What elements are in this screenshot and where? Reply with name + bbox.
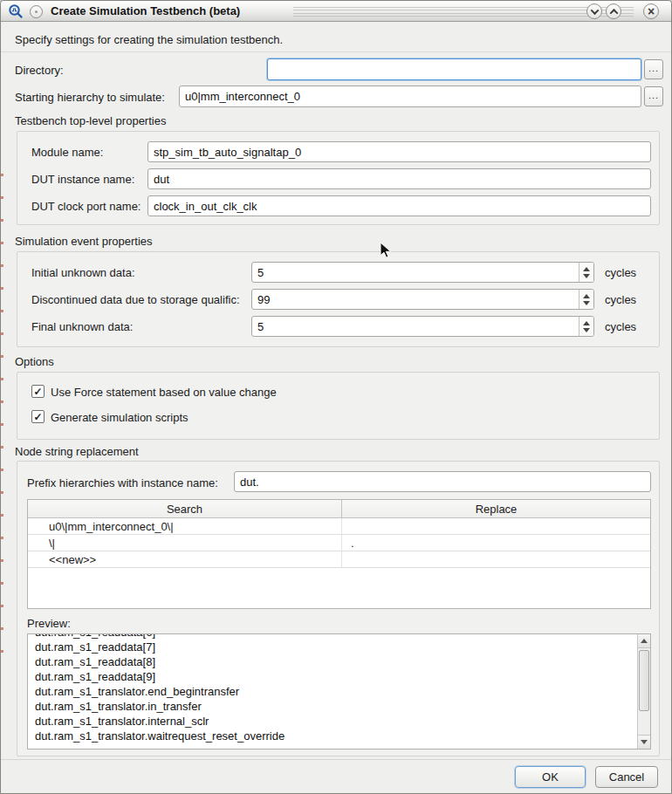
hierarchy-label: Starting hierarchy to simulate: bbox=[15, 91, 165, 104]
replace-cell[interactable] bbox=[342, 518, 650, 534]
directory-browse-button[interactable]: ... bbox=[644, 59, 663, 79]
module-name-input[interactable]: stp_sim_tb_auto_signaltap_0 bbox=[147, 141, 651, 162]
node-replacement-title: Node string replacement bbox=[15, 445, 139, 458]
left-edge-artifacts bbox=[1, 174, 3, 664]
search-cell[interactable]: <<new>> bbox=[28, 551, 342, 567]
divider bbox=[1, 51, 672, 52]
chevron-up-icon bbox=[609, 8, 618, 17]
preview-list[interactable]: dut.ram_s1_readdata[6] dut.ram_s1_readda… bbox=[27, 633, 651, 750]
directory-input[interactable] bbox=[267, 58, 641, 80]
preview-line: dut.ram_s1_translator.end_begintransfer bbox=[35, 684, 285, 699]
preview-scrollbar[interactable] bbox=[637, 634, 650, 749]
keep-below-button[interactable] bbox=[586, 3, 602, 19]
spin-buttons[interactable] bbox=[579, 290, 593, 309]
preview-label: Preview: bbox=[27, 617, 71, 630]
scroll-up-button[interactable] bbox=[638, 634, 650, 648]
spin-down-icon bbox=[583, 328, 590, 332]
generate-scripts-checkbox[interactable]: ✓ bbox=[31, 410, 45, 423]
final-unknown-value: 5 bbox=[257, 320, 264, 333]
spin-buttons[interactable] bbox=[579, 317, 593, 336]
window-title: Create Simulation Testbench (beta) bbox=[51, 4, 240, 17]
preview-lines: dut.ram_s1_readdata[6] dut.ram_s1_readda… bbox=[35, 633, 285, 743]
scroll-down-button[interactable] bbox=[638, 735, 650, 749]
keep-above-button[interactable] bbox=[606, 3, 621, 19]
prefix-value: dut. bbox=[240, 476, 259, 489]
spin-down-icon bbox=[583, 274, 590, 278]
options-groupbox bbox=[17, 372, 660, 440]
dut-instance-input[interactable]: dut bbox=[147, 168, 651, 189]
title-bar[interactable]: Create Simulation Testbench (beta) × bbox=[1, 1, 671, 22]
preview-line: dut.ram_s1_readdata[8] bbox=[35, 654, 285, 669]
final-unknown-spinner[interactable]: 5 bbox=[251, 316, 594, 337]
spin-buttons[interactable] bbox=[579, 263, 593, 282]
initial-unknown-spinner[interactable]: 5 bbox=[251, 262, 594, 283]
options-title: Options bbox=[15, 355, 54, 368]
search-cell[interactable]: \| bbox=[28, 535, 342, 551]
hierarchy-browse-button[interactable]: ... bbox=[644, 86, 663, 106]
window-menu-button[interactable] bbox=[30, 5, 43, 18]
testbench-props-title: Testbench top-level properties bbox=[15, 114, 166, 127]
table-row-new[interactable]: <<new>> bbox=[28, 551, 650, 568]
close-button[interactable]: × bbox=[643, 3, 659, 19]
preview-line: dut.ram_s1_translator.waitrequest_reset_… bbox=[35, 729, 285, 743]
table-row[interactable]: \| . bbox=[28, 535, 650, 551]
module-name-value: stp_sim_tb_auto_signaltap_0 bbox=[154, 146, 301, 159]
preview-line: dut.ram_s1_translator.internal_sclr bbox=[35, 714, 285, 729]
scrollbar-thumb[interactable] bbox=[639, 650, 649, 711]
hierarchy-input[interactable]: u0|mm_interconnect_0 bbox=[179, 86, 641, 107]
intro-text: Specify settings for creating the simula… bbox=[15, 33, 283, 46]
preview-line: dut.ram_s1_readdata[9] bbox=[35, 669, 285, 684]
use-force-label: Use Force statement based on value chang… bbox=[51, 386, 277, 399]
module-name-label: Module name: bbox=[31, 146, 103, 159]
checkmark-icon: ✓ bbox=[33, 412, 42, 422]
dut-clock-label: DUT clock port name: bbox=[31, 200, 141, 213]
titlebar-grip-texture bbox=[293, 7, 634, 17]
dut-instance-value: dut bbox=[154, 173, 169, 186]
prefix-input[interactable]: dut. bbox=[234, 471, 651, 492]
close-icon: × bbox=[648, 5, 655, 17]
cycles-label: cycles bbox=[605, 293, 636, 306]
generate-scripts-label: Generate simulation scripts bbox=[51, 411, 189, 424]
final-unknown-label: Final unknown data: bbox=[31, 320, 250, 333]
spin-up-icon bbox=[583, 267, 590, 271]
cancel-button[interactable]: Cancel bbox=[595, 766, 658, 788]
table-row[interactable]: u0\|mm_interconnect_0\| bbox=[28, 518, 650, 535]
preview-line-clipped: dut.ram_s1_readdata[6] bbox=[35, 633, 285, 640]
chevron-down-icon bbox=[590, 6, 599, 15]
dut-clock-input[interactable]: clock_in_out_clk_clk bbox=[147, 195, 651, 216]
dut-clock-value: clock_in_out_clk_clk bbox=[154, 200, 257, 213]
cycles-label: cycles bbox=[605, 320, 636, 333]
replace-cell[interactable] bbox=[342, 551, 650, 567]
spin-down-icon bbox=[583, 301, 590, 305]
search-column-header[interactable]: Search bbox=[28, 500, 342, 517]
spin-up-icon bbox=[583, 321, 590, 325]
arrow-down-icon bbox=[641, 740, 648, 744]
discontinued-data-spinner[interactable]: 99 bbox=[251, 289, 594, 310]
dut-instance-label: DUT instance name: bbox=[31, 173, 134, 186]
cycles-label: cycles bbox=[605, 266, 636, 279]
discontinued-data-label: Discontinued data due to storage qualifi… bbox=[31, 293, 250, 306]
initial-unknown-value: 5 bbox=[257, 266, 264, 279]
search-cell[interactable]: u0\|mm_interconnect_0\| bbox=[28, 518, 342, 534]
create-simulation-testbench-dialog: Create Simulation Testbench (beta) × Spe… bbox=[0, 0, 672, 794]
preview-line: dut.ram_s1_translator.in_transfer bbox=[35, 699, 285, 714]
footer-divider bbox=[1, 759, 672, 760]
discontinued-data-value: 99 bbox=[257, 293, 270, 306]
signaltap-magnifier-icon bbox=[8, 3, 24, 19]
checkmark-icon: ✓ bbox=[33, 387, 42, 397]
replace-cell[interactable]: . bbox=[342, 535, 650, 551]
table-header-row: Search Replace bbox=[28, 500, 650, 518]
directory-label: Directory: bbox=[15, 64, 64, 77]
preview-line: dut.ram_s1_readdata[7] bbox=[35, 640, 285, 654]
sim-events-title: Simulation event properties bbox=[15, 235, 153, 248]
initial-unknown-label: Initial unknown data: bbox=[31, 266, 250, 279]
arrow-up-icon bbox=[641, 639, 648, 643]
use-force-checkbox[interactable]: ✓ bbox=[31, 385, 45, 398]
hierarchy-value: u0|mm_interconnect_0 bbox=[185, 90, 300, 103]
search-replace-table: Search Replace u0\|mm_interconnect_0\| \… bbox=[27, 499, 651, 609]
prefix-label: Prefix hierarchies with instance name: bbox=[27, 476, 218, 489]
replace-column-header[interactable]: Replace bbox=[342, 500, 650, 517]
spin-up-icon bbox=[583, 294, 590, 298]
ok-button[interactable]: OK bbox=[515, 766, 586, 788]
